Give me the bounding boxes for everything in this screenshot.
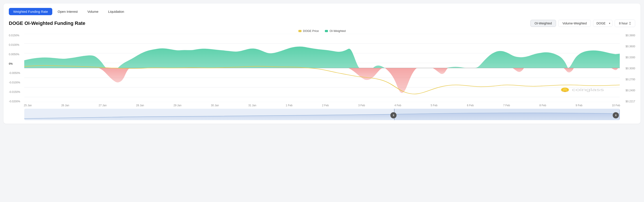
x-axis: 25 Jan 26 Jan 27 Jan 28 Jan 29 Jan 30 Ja… — [9, 103, 635, 107]
volume-weighted-btn[interactable]: Volume-Weighted — [558, 20, 591, 27]
tab-liquidation[interactable]: Liquidation — [104, 8, 128, 15]
x-label-13: 7 Feb — [503, 104, 510, 107]
time-label: 8 hour — [619, 21, 628, 25]
chart-title: DOGE OI-Weighted Funding Rate — [9, 20, 85, 26]
y-axis-left: 0.0150% 0.0100% 0.0050% 0% -0.0050% -0.0… — [9, 34, 24, 103]
minimap-pause-right[interactable]: ⏸ — [613, 112, 619, 118]
x-label-15: 9 Feb — [576, 104, 582, 107]
red-area-5 — [512, 68, 524, 72]
y-right-4: $0.2700 — [620, 78, 635, 81]
y-right-0: $0.3900 — [620, 34, 635, 37]
red-area-3 — [385, 68, 419, 93]
main-chart-svg: 🪙 coinglass — [24, 34, 620, 102]
legend-doge-price: DOGE Price — [298, 29, 319, 33]
time-arrows-icon: ▲▼ — [629, 21, 631, 25]
oi-weighted-btn[interactable]: OI-Weighted — [530, 20, 556, 27]
y-label-7: -0.0200% — [9, 100, 24, 103]
header-row: DOGE OI-Weighted Funding Rate OI-Weighte… — [9, 20, 635, 27]
y-label-5: -0.0100% — [9, 81, 24, 84]
main-container: Weighted Funding Rate Open Interest Volu… — [4, 3, 640, 124]
x-label-2: 27 Jan — [98, 104, 106, 107]
y-label-2: 0.0050% — [9, 53, 24, 56]
minimap-area: ⏸ ⏸ — [9, 109, 635, 120]
x-label-3: 28 Jan — [136, 104, 144, 107]
y-axis-right: $0.3900 $0.3600 $0.3300 $0.3000 $0.2700 … — [620, 34, 635, 103]
y-right-2: $0.3300 — [620, 56, 635, 59]
controls: OI-Weighted Volume-Weighted DOGE 8 hour … — [530, 20, 635, 27]
legend: DOGE Price OI-Weighted — [9, 29, 635, 33]
minimap-selection — [394, 109, 620, 120]
minimap-svg — [24, 109, 620, 120]
minimap-pause-left[interactable]: ⏸ — [390, 112, 396, 118]
legend-doge-price-dot — [298, 30, 302, 32]
x-label-14: 8 Feb — [540, 104, 546, 107]
x-label-12: 6 Feb — [467, 104, 474, 107]
red-area-6 — [564, 68, 574, 72]
y-right-6: $0.2217 — [620, 100, 635, 103]
x-label-10: 4 Feb — [394, 104, 402, 107]
y-right-1: $0.3600 — [620, 45, 635, 48]
tab-open-interest[interactable]: Open Interest — [53, 8, 82, 15]
time-select[interactable]: 8 hour ▲▼ — [615, 20, 635, 27]
x-label-6: 31 Jan — [248, 104, 256, 107]
legend-oi-weighted-label: OI-Weighted — [330, 29, 346, 33]
x-label-4: 29 Jan — [174, 104, 182, 107]
y-label-0: 0.0150% — [9, 34, 24, 37]
y-label-1: 0.0100% — [9, 43, 24, 46]
x-label-1: 26 Jan — [61, 104, 69, 107]
red-area-1 — [99, 68, 131, 83]
symbol-select[interactable]: DOGE — [593, 20, 612, 27]
x-label-0: 25 Jan — [24, 104, 32, 107]
legend-oi-weighted: OI-Weighted — [325, 29, 346, 33]
legend-doge-price-label: DOGE Price — [303, 29, 319, 33]
red-area-2 — [348, 68, 384, 80]
x-label-7: 1 Feb — [286, 104, 293, 107]
tab-volume[interactable]: Volume — [83, 8, 103, 15]
watermark: 🪙 coinglass — [560, 87, 604, 92]
chart-area: 0.0150% 0.0100% 0.0050% 0% -0.0050% -0.0… — [9, 34, 635, 103]
red-area-7 — [611, 68, 619, 70]
x-label-16: 10 Feb — [612, 104, 620, 107]
minimap-wrapper[interactable]: ⏸ ⏸ — [24, 109, 620, 120]
x-label-8: 2 Feb — [322, 104, 329, 107]
y-label-4: -0.0050% — [9, 72, 24, 75]
y-right-3: $0.3000 — [620, 67, 635, 70]
top-tabs: Weighted Funding Rate Open Interest Volu… — [9, 8, 635, 15]
x-label-5: 30 Jan — [211, 104, 219, 107]
red-area-4 — [432, 68, 448, 74]
symbol-select-wrapper: DOGE — [593, 20, 612, 27]
y-label-3: 0% — [9, 62, 24, 65]
legend-oi-weighted-dot — [325, 30, 328, 32]
chart-svg-wrapper: 🪙 coinglass — [24, 34, 620, 103]
tab-weighted-funding-rate[interactable]: Weighted Funding Rate — [9, 8, 52, 15]
x-label-9: 3 Feb — [358, 104, 365, 107]
y-right-5: $0.2400 — [620, 89, 635, 92]
x-label-11: 5 Feb — [431, 104, 438, 107]
y-label-6: -0.0150% — [9, 91, 24, 94]
